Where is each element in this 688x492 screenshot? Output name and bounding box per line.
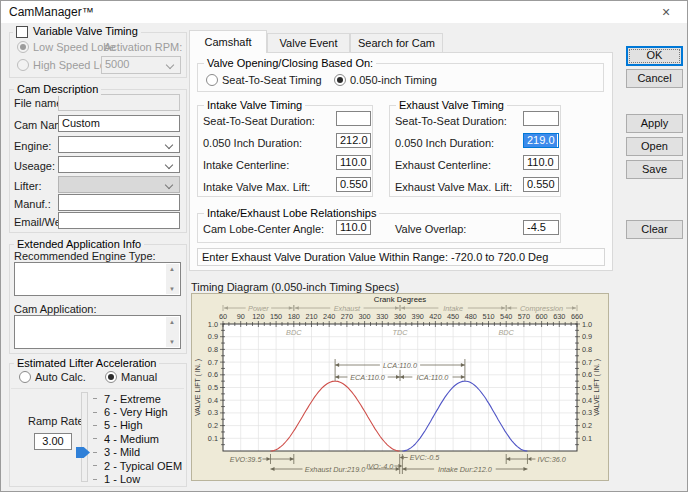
manual-radio[interactable] <box>105 371 117 383</box>
cam-name-field[interactable]: Custom <box>58 115 180 132</box>
ramp-level-item: 4 - Medium <box>93 432 182 445</box>
ramp-level-item: 7 - Extreme <box>93 392 182 405</box>
open-button[interactable]: Open <box>626 137 683 156</box>
svg-text:0.2: 0.2 <box>582 421 592 430</box>
intake-centerline-field[interactable]: 110.0 <box>336 155 371 170</box>
svg-text:LCA:110.0: LCA:110.0 <box>383 361 417 370</box>
save-button[interactable]: Save <box>626 160 683 179</box>
cam-manager-dialog: CamManager™ × Variable Valve Timing Low … <box>0 0 688 492</box>
svg-text:480: 480 <box>465 312 477 321</box>
svg-text:420: 420 <box>429 312 441 321</box>
svg-text:0.4: 0.4 <box>208 396 218 405</box>
grid <box>223 324 577 451</box>
exhaust-max-lift-field[interactable]: 0.550 <box>523 177 559 192</box>
intake-valve-timing-legend: Intake Valve Timing <box>204 99 305 112</box>
cam-lobe-center-angle-label: Cam Lobe-Center Angle: <box>203 223 324 235</box>
tick-mark <box>93 398 97 399</box>
email-web-field[interactable] <box>58 212 180 229</box>
exhaust-seat-duration-field[interactable] <box>523 111 559 126</box>
low-speed-lobe-radio[interactable] <box>17 41 29 53</box>
ramp-level-item: 5 - High <box>93 419 182 432</box>
engine-combo[interactable] <box>58 136 180 153</box>
svg-text:0.9: 0.9 <box>582 332 592 341</box>
svg-text:0.6: 0.6 <box>582 370 592 379</box>
exhaust-centerline-field[interactable]: 110.0 <box>523 155 559 170</box>
high-speed-lobe-radio[interactable] <box>17 59 29 71</box>
svg-text:0.5: 0.5 <box>582 383 592 392</box>
svg-text:330: 330 <box>376 312 388 321</box>
svg-text:0.4: 0.4 <box>582 396 592 405</box>
svg-text:VALVE LIFT ( IN. ): VALVE LIFT ( IN. ) <box>194 359 202 416</box>
ramp-rate-slider-track[interactable] <box>81 392 88 482</box>
manuf-field[interactable] <box>58 194 180 211</box>
tab-camshaft-specs[interactable]: Camshaft Specs <box>189 30 267 53</box>
svg-text:0.8: 0.8 <box>208 345 218 354</box>
svg-text:Intake Dur:212.0: Intake Dur:212.0 <box>438 465 492 474</box>
tick-mark <box>93 452 97 453</box>
textarea-scrollbar[interactable] <box>166 264 179 294</box>
svg-text:0.5: 0.5 <box>208 383 218 392</box>
variable-valve-timing-checkbox[interactable] <box>16 26 28 38</box>
svg-text:0.9: 0.9 <box>208 332 218 341</box>
valve-overlap-label: Valve Overlap: <box>395 223 466 235</box>
svg-text:300: 300 <box>359 312 371 321</box>
recommended-engine-type-label: Recommended Engine Type: <box>14 250 156 262</box>
svg-text:EVC:-0.5: EVC:-0.5 <box>410 453 441 462</box>
cam-application-textarea[interactable] <box>14 315 181 349</box>
exhaust-valve-timing-legend: Exhaust Valve Timing <box>396 99 507 112</box>
useage-combo[interactable] <box>58 156 180 173</box>
svg-text:360: 360 <box>394 312 406 321</box>
status-message: Enter Exhaust Valve Duration Value Withi… <box>197 248 605 266</box>
intake-inch-duration-label: 0.050 Inch Duration: <box>203 137 302 149</box>
intake-seat-duration-field[interactable] <box>336 111 371 126</box>
ramp-rate-scale: 7 - Extreme6 - Very High5 - High4 - Medi… <box>93 392 182 486</box>
cam-lobe-center-angle-field[interactable]: 110.0 <box>336 220 371 235</box>
tab-search-for-cam-file[interactable]: Search for Cam File <box>350 33 443 53</box>
close-icon[interactable]: × <box>653 3 679 21</box>
svg-text:EVO:39.5: EVO:39.5 <box>230 455 263 464</box>
svg-text:TDC: TDC <box>393 328 409 337</box>
manual-label: Manual <box>121 371 157 383</box>
seat-to-seat-timing-radio[interactable] <box>206 74 218 86</box>
svg-text:0.7: 0.7 <box>582 358 592 367</box>
ok-button[interactable]: OK <box>626 46 683 66</box>
exhaust-inch-duration-field[interactable]: 219.0 <box>523 133 559 148</box>
svg-text:540: 540 <box>500 312 512 321</box>
svg-text:150: 150 <box>270 312 282 321</box>
cancel-button[interactable]: Cancel <box>626 69 683 88</box>
auto-calc-radio[interactable] <box>19 371 31 383</box>
intake-max-lift-field[interactable]: 0.550 <box>336 177 371 192</box>
file-name-field[interactable] <box>58 94 180 111</box>
valve-overlap-field[interactable]: -4.5 <box>523 220 559 235</box>
exhaust-seat-duration-label: Seat-To-Seat Duration: <box>395 115 507 127</box>
svg-text:510: 510 <box>482 312 494 321</box>
recommended-engine-type-textarea[interactable] <box>14 262 181 296</box>
clear-button[interactable]: Clear <box>626 220 683 239</box>
tab-valve-event-timing[interactable]: Valve Event Timing <box>267 33 350 53</box>
svg-text:VALVE LIFT ( IN. ): VALVE LIFT ( IN. ) <box>593 359 601 416</box>
apply-button[interactable]: Apply <box>626 114 683 133</box>
svg-text:450: 450 <box>447 312 459 321</box>
inch-timing-radio[interactable] <box>334 74 346 86</box>
svg-text:90: 90 <box>237 312 245 321</box>
tick-mark <box>93 465 97 466</box>
activation-rpm-combo[interactable]: 5000 <box>101 56 181 74</box>
svg-text:BDC: BDC <box>498 328 514 337</box>
auto-calc-label: Auto Calc. <box>35 371 86 383</box>
tick-mark <box>93 425 97 426</box>
seat-to-seat-timing-label: Seat-To-Seat Timing <box>222 74 322 86</box>
valve-basis-legend: Valve Opening/Closing Based On: <box>204 57 376 70</box>
svg-text:0.1: 0.1 <box>582 434 592 443</box>
svg-text:0.8: 0.8 <box>582 345 592 354</box>
ramp-rate-field[interactable]: 3.00 <box>34 433 72 450</box>
variable-valve-timing-label: Variable Valve Timing <box>33 25 138 38</box>
intake-inch-duration-field[interactable]: 212.0 <box>336 133 371 148</box>
textarea-scrollbar[interactable] <box>166 317 179 347</box>
tick-mark <box>93 438 97 439</box>
svg-text:0.2: 0.2 <box>208 421 218 430</box>
exhaust-inch-duration-label: 0.050 Inch Duration: <box>395 137 494 149</box>
tick-mark <box>93 479 97 480</box>
useage-label: Useage: <box>14 160 55 172</box>
ramp-level-item: 3 - Mild <box>93 446 182 459</box>
lifter-combo[interactable] <box>58 176 180 193</box>
